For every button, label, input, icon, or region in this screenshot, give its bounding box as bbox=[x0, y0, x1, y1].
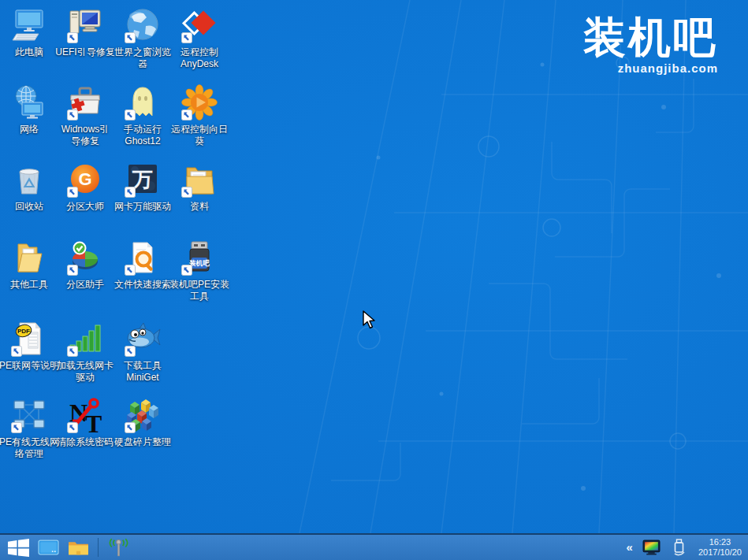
shortcut-arrow-badge bbox=[181, 265, 192, 276]
desktop-icon-label: 远程控制向日 葵 bbox=[164, 124, 235, 147]
system-tray: « bbox=[625, 536, 742, 559]
shortcut-arrow-badge bbox=[181, 187, 192, 198]
shortcut-arrow-badge bbox=[181, 109, 192, 121]
shortcut-arrow-badge bbox=[181, 32, 192, 43]
svg-text:T: T bbox=[85, 410, 102, 434]
screen: 装机吧 zhuangjiba.com 此电脑 bbox=[0, 0, 748, 560]
defrag-blocks-icon bbox=[124, 396, 162, 434]
folder-icon bbox=[68, 539, 89, 557]
shortcut-arrow-badge bbox=[11, 422, 22, 433]
folder-icon bbox=[180, 161, 218, 198]
shortcut-arrow-badge bbox=[67, 346, 78, 357]
desktop[interactable]: 装机吧 zhuangjiba.com 此电脑 bbox=[0, 0, 748, 533]
desktop-icon-label: 远程控制 AnyDesk bbox=[164, 46, 235, 70]
shortcut-arrow-badge bbox=[125, 32, 136, 43]
clock-time: 16:23 bbox=[698, 537, 742, 547]
desktop-monitor-icon bbox=[38, 539, 59, 557]
network-topology-icon bbox=[10, 396, 48, 434]
brand-title: 装机吧 bbox=[583, 14, 718, 60]
desktop-icon-disk-defrag[interactable]: 硬盘碎片整理 bbox=[107, 396, 178, 448]
shortcut-arrow-badge bbox=[67, 422, 78, 433]
pdf-document-icon: PDF bbox=[10, 320, 48, 358]
mouse-cursor bbox=[360, 310, 378, 333]
signal-bars-icon bbox=[66, 320, 104, 358]
wireless-antenna-button[interactable] bbox=[103, 536, 133, 559]
usb-eject-tray-icon[interactable] bbox=[669, 536, 690, 559]
network-icon bbox=[10, 83, 48, 121]
taskbar: « bbox=[0, 533, 748, 560]
ghost-icon bbox=[124, 83, 162, 121]
desktop-icon-label: 装机吧PE安装 工具 bbox=[164, 279, 235, 302]
file-search-icon bbox=[124, 239, 162, 276]
brand-domain: zhuangjiba.com bbox=[583, 61, 718, 75]
brand-logo: 装机吧 zhuangjiba.com bbox=[583, 14, 718, 75]
usb-plug-icon bbox=[672, 539, 687, 556]
tray-expand-chevron[interactable]: « bbox=[625, 536, 634, 559]
anydesk-icon bbox=[180, 6, 218, 44]
this-pc-icon bbox=[10, 6, 48, 44]
taskbar-separator bbox=[98, 538, 99, 557]
shortcut-arrow-badge bbox=[125, 346, 136, 357]
globe-browser-icon bbox=[124, 6, 162, 44]
shortcut-arrow-badge bbox=[125, 265, 136, 276]
shortcut-arrow-badge bbox=[125, 109, 136, 121]
color-monitor-icon bbox=[642, 540, 661, 556]
svg-text:PDF: PDF bbox=[17, 328, 30, 335]
sunflower-icon bbox=[180, 83, 218, 121]
open-folder-icon bbox=[10, 239, 48, 276]
partition-pie-icon bbox=[66, 239, 104, 276]
nt-password-key-icon: N T bbox=[66, 396, 104, 434]
desktop-icon-label: 硬盘碎片整理 bbox=[107, 436, 178, 448]
uefi-boot-repair-icon bbox=[66, 6, 104, 44]
display-settings-tray-icon[interactable] bbox=[642, 536, 662, 559]
shortcut-arrow-badge bbox=[67, 187, 78, 198]
diskgenius-icon: G bbox=[66, 161, 104, 198]
desktop-icon-zhuangjiba-pe-installer[interactable]: 装机吧 装机吧PE安装 工具 bbox=[164, 239, 235, 302]
start-button[interactable] bbox=[3, 536, 33, 559]
desktop-icon-label: 下载工具 MiniGet bbox=[107, 360, 178, 384]
desktop-icon-miniget-downloader[interactable]: 下载工具 MiniGet bbox=[107, 320, 178, 384]
desktop-icon-anydesk-remote[interactable]: 远程控制 AnyDesk bbox=[164, 6, 235, 70]
shortcut-arrow-badge bbox=[67, 109, 78, 121]
shortcut-arrow-badge bbox=[67, 265, 78, 276]
antenna-icon bbox=[108, 538, 129, 558]
desktop-icon-sunflower-remote[interactable]: 远程控制向日 葵 bbox=[164, 83, 235, 147]
desktop-icon-label: 资料 bbox=[164, 201, 235, 213]
windows-logo-icon bbox=[8, 539, 29, 557]
file-explorer-button[interactable] bbox=[63, 536, 93, 559]
shortcut-arrow-badge bbox=[125, 422, 136, 433]
show-desktop-button[interactable] bbox=[33, 536, 63, 559]
usb-drive-icon: 装机吧 bbox=[180, 239, 218, 276]
shortcut-arrow-badge bbox=[125, 187, 136, 198]
taskbar-clock[interactable]: 16:23 2017/10/20 bbox=[697, 537, 742, 558]
clock-date: 2017/10/20 bbox=[698, 547, 742, 558]
svg-text:G: G bbox=[78, 169, 91, 189]
shortcut-arrow-badge bbox=[67, 32, 78, 43]
repair-toolbox-icon bbox=[66, 83, 104, 121]
wan-driver-icon: 万 bbox=[124, 161, 162, 198]
fish-icon bbox=[124, 320, 162, 358]
shortcut-arrow-badge bbox=[11, 346, 22, 357]
desktop-icon-data-folder[interactable]: 资料 bbox=[164, 161, 235, 213]
recycle-bin-icon bbox=[10, 161, 48, 198]
